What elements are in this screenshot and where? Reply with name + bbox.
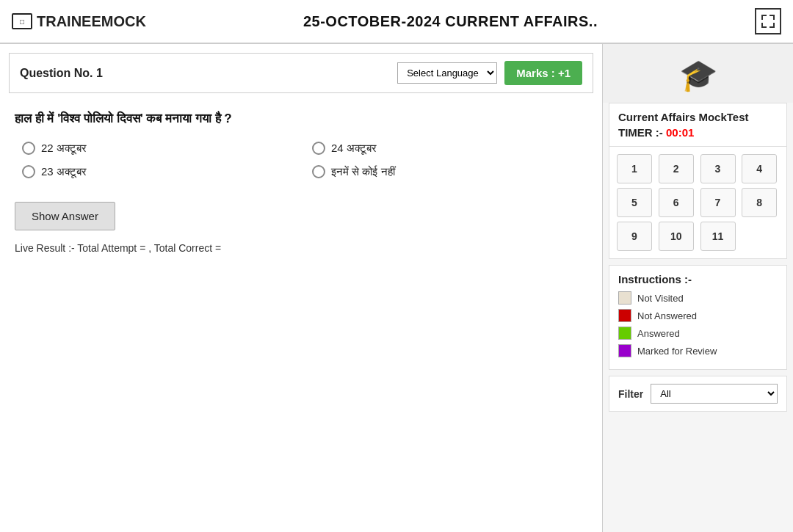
logo-text: TRAINEEMOCK [37,13,146,30]
option-a[interactable]: 22 अक्टूबर [22,142,297,155]
instructions-title: Instructions :- [618,273,778,285]
monitor-icon: □ [12,13,32,29]
left-panel: Question No. 1 Select Language Marks : +… [0,44,602,532]
filter-label: Filter [618,388,643,400]
number-btn-2[interactable]: 2 [659,154,694,183]
number-btn-1[interactable]: 1 [617,154,652,183]
question-bar-right: Select Language Marks : +1 [397,61,582,85]
mocktest-info: Current Affairs MockTest TIMER :- 00:01 [609,103,787,147]
radio-b[interactable] [312,142,325,155]
number-btn-4[interactable]: 4 [742,154,777,183]
instruction-color-box [618,344,631,357]
option-b-text: 24 अक्टूबर [331,142,377,155]
instruction-label: Not Visited [637,293,684,304]
radio-d[interactable] [312,165,325,178]
option-b[interactable]: 24 अक्टूबर [312,142,587,155]
question-bar: Question No. 1 Select Language Marks : +… [9,53,593,93]
header: □ TRAINEEMOCK 25-OCTOBER-2024 CURRENT AF… [0,0,793,44]
instruction-label: Not Answered [637,310,697,321]
expand-button[interactable] [755,8,781,34]
instruction-color-box [618,309,631,322]
show-answer-button[interactable]: Show Answer [15,202,115,230]
instruction-item: Marked for Review [618,344,778,357]
language-select[interactable]: Select Language [397,62,497,84]
timer-value: 00:01 [666,126,694,139]
number-grid: 1234567891011 [609,147,787,259]
number-btn-3[interactable]: 3 [700,154,736,183]
instructions-list: Not VisitedNot AnsweredAnsweredMarked fo… [618,291,778,357]
option-d-text: इनमें से कोई नहीं [331,165,395,178]
tutor-area: 🎓 [603,44,793,103]
number-btn-11[interactable]: 11 [700,222,736,251]
logo: □ TRAINEEMOCK [12,13,146,30]
live-result: Live Result :- Total Attempt = , Total C… [0,242,602,254]
question-content: हाल ही में 'विश्व पोलियो दिवस' कब मनाया … [0,102,602,190]
mocktest-title: Current Affairs MockTest [618,111,778,123]
option-c[interactable]: 23 अक्टूबर [22,165,297,178]
question-text: हाल ही में 'विश्व पोलियो दिवस' कब मनाया … [15,109,587,128]
header-title: 25-OCTOBER-2024 CURRENT AFFAIRS.. [303,13,598,30]
instruction-color-box [618,291,631,305]
filter-select[interactable]: AllNot VisitedNot AnsweredAnsweredMarked… [651,384,778,404]
main-layout: Question No. 1 Select Language Marks : +… [0,44,793,532]
instruction-label: Marked for Review [637,346,717,357]
timer-label: TIMER :- [618,126,663,139]
radio-c[interactable] [22,165,35,178]
timer-row: TIMER :- 00:01 [618,126,778,139]
number-btn-5[interactable]: 5 [617,188,652,217]
option-c-text: 23 अक्टूबर [41,165,87,178]
option-d[interactable]: इनमें से कोई नहीं [312,165,587,178]
number-btn-9[interactable]: 9 [617,222,652,251]
instructions-box: Instructions :- Not VisitedNot AnsweredA… [609,265,787,370]
filter-row: Filter AllNot VisitedNot AnsweredAnswere… [609,376,787,412]
instruction-item: Answered [618,327,778,340]
radio-a[interactable] [22,142,35,155]
instruction-color-box [618,327,631,340]
option-a-text: 22 अक्टूबर [41,142,87,155]
right-panel: 🎓 Current Affairs MockTest TIMER :- 00:0… [602,44,793,532]
instruction-item: Not Visited [618,291,778,305]
instruction-label: Answered [637,328,680,339]
number-btn-8[interactable]: 8 [742,188,777,217]
instruction-item: Not Answered [618,309,778,322]
tutor-icon: 🎓 [679,57,717,93]
marks-badge: Marks : +1 [504,61,582,85]
number-btn-10[interactable]: 10 [659,222,694,251]
options-grid: 22 अक्टूबर 24 अक्टूबर 23 अक्टूबर इनमें स… [15,142,587,178]
number-btn-7[interactable]: 7 [700,188,736,217]
number-btn-6[interactable]: 6 [659,188,694,217]
question-number: Question No. 1 [20,67,103,80]
